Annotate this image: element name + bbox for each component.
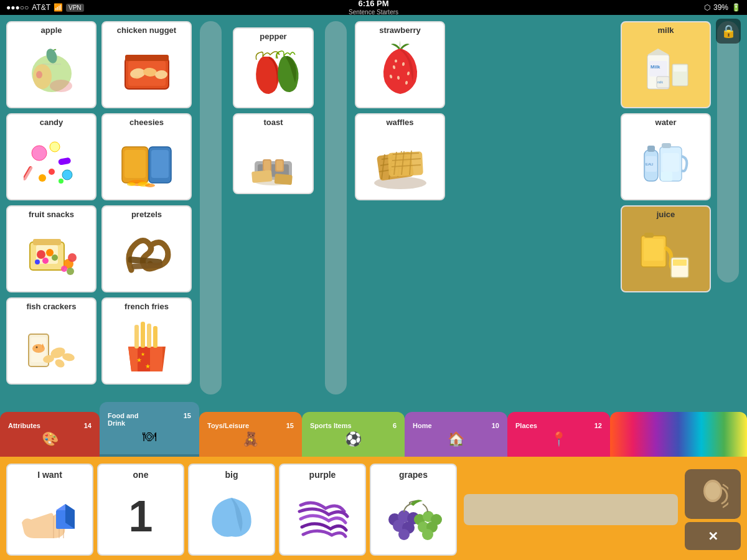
strawberry-label: strawberry — [379, 26, 420, 35]
food-card-cheesies[interactable]: cheesies — [101, 113, 192, 200]
places-count: 12 — [594, 422, 602, 429]
svg-rect-106 — [662, 143, 671, 148]
wifi-icon: 📶 — [54, 3, 63, 12]
svg-rect-59 — [141, 322, 145, 348]
food-card-strawberry[interactable]: strawberry — [355, 21, 445, 108]
sports-label: Sports Items — [310, 422, 352, 429]
svg-rect-61 — [153, 326, 157, 348]
svg-point-49 — [127, 182, 136, 186]
sentence-card-purple[interactable]: purple — [279, 464, 366, 556]
food-icon: 🍽 — [143, 429, 156, 445]
svg-point-133 — [705, 482, 720, 500]
right-buttons: ✕ — [685, 469, 741, 550]
svg-point-77 — [395, 60, 397, 63]
sentence-card-grapes[interactable]: grapes — [370, 464, 457, 556]
food-label: Food andDrink — [108, 412, 139, 427]
food-card-fruit-snacks[interactable]: fruit snacks — [6, 205, 96, 292]
one-icon: 1 — [129, 483, 153, 549]
grapes-label: grapes — [399, 470, 428, 480]
scroll-bar-far-right[interactable] — [717, 21, 739, 282]
home-icon: 🏠 — [448, 431, 464, 447]
tab-attributes[interactable]: Attributes 14 🎨 — [0, 412, 100, 457]
carrier-label: AT&T — [32, 3, 50, 12]
battery-label: 39% — [713, 3, 728, 12]
purple-icon — [294, 483, 350, 549]
food-card-fish-crackers[interactable]: fish crackers — [6, 297, 96, 385]
tab-extra[interactable] — [610, 412, 747, 457]
food-card-apple[interactable]: apple — [6, 21, 96, 108]
svg-rect-67 — [276, 161, 283, 170]
food-card-candy[interactable]: candy — [6, 113, 96, 200]
fish-crackers-icon — [11, 313, 92, 380]
tab-sports[interactable]: Sports Items 6 ⚽ — [302, 412, 405, 457]
apple-icon — [11, 37, 92, 104]
food-col-1: apple candy — [6, 21, 96, 394]
french-fries-icon: ★ ★ ★ — [106, 313, 187, 380]
svg-rect-110 — [644, 239, 664, 261]
svg-point-1 — [33, 64, 52, 89]
svg-rect-111 — [644, 233, 654, 238]
places-label: Places — [515, 422, 537, 429]
food-card-milk[interactable]: milk Milk milk — [621, 21, 711, 108]
pretzels-label: pretzels — [131, 210, 162, 219]
food-card-pretzels[interactable]: pretzels — [101, 205, 192, 292]
scroll-area-left — [197, 21, 225, 394]
food-card-french-fries[interactable]: french fries ★ ★ ★ — [101, 297, 192, 385]
status-right: ⬡ 39% 🔋 — [704, 3, 741, 12]
food-card-waffles[interactable]: waffles — [355, 113, 445, 200]
food-count: 15 — [184, 412, 191, 427]
food-card-water[interactable]: water EAU — [621, 113, 711, 200]
tab-home[interactable]: Home 10 🏠 — [405, 412, 507, 457]
tab-food[interactable]: Food andDrink 15 🍽 — [100, 402, 199, 457]
juice-icon — [625, 221, 707, 288]
delete-icon: ✕ — [708, 529, 718, 544]
col-spacer — [450, 21, 456, 394]
svg-point-30 — [35, 347, 37, 348]
food-card-juice[interactable]: juice — [621, 205, 711, 292]
sentence-card-i-want[interactable]: I want — [6, 464, 93, 556]
app-name: Sentence Starters — [349, 9, 398, 16]
status-left: ●●●○○ AT&T 📶 VPN — [6, 3, 84, 12]
svg-point-11 — [62, 170, 72, 180]
home-count: 10 — [492, 422, 499, 429]
food-card-chicken-nugget[interactable]: chicken nugget — [101, 21, 192, 108]
tab-toys[interactable]: Toys/Leisure 15 🧸 — [199, 412, 302, 457]
fruit-snacks-label: fruit snacks — [29, 210, 74, 219]
scroll-area-far-right — [716, 21, 741, 394]
svg-rect-108 — [661, 172, 672, 181]
scroll-bar-right[interactable] — [325, 21, 347, 394]
lock-button[interactable]: 🔒 — [716, 19, 741, 44]
places-icon: 📍 — [550, 431, 567, 447]
food-col-2: chicken nugget cheesies — [101, 21, 192, 394]
signal-dots: ●●●○○ — [6, 3, 29, 12]
water-icon: EAU — [625, 129, 707, 196]
svg-point-33 — [54, 358, 66, 369]
food-card-pepper[interactable]: pepper — [233, 27, 314, 108]
sentence-card-big[interactable]: big — [188, 464, 275, 556]
svg-point-6 — [32, 146, 47, 161]
scroll-bar-left[interactable] — [200, 21, 222, 394]
svg-point-14 — [59, 179, 63, 184]
attributes-count: 14 — [84, 422, 92, 429]
tab-places[interactable]: Places 12 📍 — [507, 412, 610, 457]
svg-point-13 — [49, 169, 55, 175]
speak-button[interactable] — [685, 469, 741, 519]
svg-point-131 — [422, 529, 433, 540]
fish-crackers-label: fish crackers — [26, 302, 76, 311]
food-card-toast[interactable]: toast — [233, 113, 314, 194]
svg-rect-41 — [134, 77, 139, 78]
svg-point-5 — [50, 80, 72, 92]
svg-marker-54 — [150, 347, 162, 371]
delete-button[interactable]: ✕ — [685, 522, 741, 550]
toys-count: 15 — [286, 422, 294, 429]
food-col-5: milk Milk milk — [621, 21, 711, 394]
svg-point-125 — [398, 529, 410, 540]
sentence-card-one[interactable]: one 1 — [97, 464, 184, 556]
pepper-label: pepper — [260, 32, 286, 41]
waffles-label: waffles — [386, 118, 413, 127]
pepper-icon — [237, 43, 309, 104]
cheesies-icon — [106, 129, 187, 196]
svg-rect-66 — [264, 161, 270, 170]
speech-text-area — [464, 494, 678, 525]
svg-rect-98 — [674, 65, 687, 72]
